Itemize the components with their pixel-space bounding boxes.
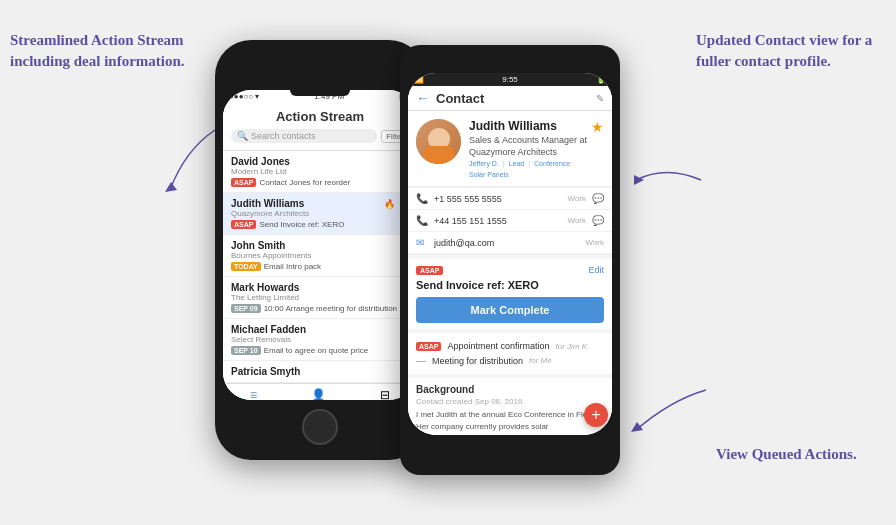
bottom-nav: ≡ STREAM 👤 CONTACTS ⊟ PIPELINE: [223, 383, 417, 400]
contact-company-4: Select Removals: [231, 335, 409, 344]
nav-contacts[interactable]: 👤 CONTACTS: [300, 388, 338, 400]
edit-icon[interactable]: ✎: [596, 93, 604, 104]
star-icon[interactable]: ★: [591, 119, 604, 135]
contact-name-1: Judith Williams: [231, 198, 304, 209]
avatar-body: [424, 146, 454, 164]
queued-actions: ASAP Appointment confirmation for Jim K.…: [408, 333, 612, 374]
contact-methods: 📞 +1 555 555 5555 Work 💬 📞 +44 155 151 1…: [408, 188, 612, 255]
carrier-signal: ●●●○○ ▾: [229, 92, 259, 101]
iphone-screen: ●●●○○ ▾ 1:49 PM ▮▮▮ Action Stream 🔍 Sear…: [223, 90, 417, 400]
annotation-bottom-right: View Queued Actions.: [716, 444, 876, 465]
background-section: Background Contact created Sep 08, 2016 …: [408, 378, 612, 435]
contact-name-0: David Jones: [231, 156, 409, 167]
queued-for-0: for Jim K.: [556, 342, 590, 351]
search-icon: 🔍: [237, 131, 248, 141]
contact-action-0: ASAP Contact Jones for reorder: [231, 178, 409, 187]
action-title: Send Invoice ref: XERO: [416, 279, 604, 291]
action-stream-title: Action Stream: [231, 107, 409, 126]
tag-conference[interactable]: Conference: [534, 160, 570, 167]
phone-number-1: +44 155 151 1555: [434, 216, 561, 226]
svg-marker-0: [165, 182, 177, 192]
avatar-face: [424, 126, 454, 164]
badge-date-4: SEP 10: [231, 346, 261, 355]
background-title: Background: [416, 384, 604, 395]
contact-title-company: Sales & Accounts Manager at Quazymore Ar…: [469, 135, 604, 158]
android-status-bar: 📶 9:55 🔋: [408, 73, 612, 86]
action-stream-header: Action Stream 🔍 Search contacts Filter: [223, 103, 417, 151]
email-address: judith@qa.com: [434, 238, 579, 248]
back-button[interactable]: ←: [416, 90, 430, 106]
queued-item-1[interactable]: — Meeting for distribution for Me: [416, 353, 604, 368]
search-box[interactable]: 🔍 Search contacts: [231, 129, 377, 143]
contact-row-2[interactable]: John Smith Bournes Appointments TODAY Em…: [223, 235, 417, 277]
queued-badge-0: ASAP: [416, 342, 441, 351]
android-screen: 📶 9:55 🔋 ← Contact ✎: [408, 73, 612, 435]
contact-action-2: TODAY Email Intro pack: [231, 262, 409, 271]
nav-stream[interactable]: ≡ STREAM: [239, 388, 268, 400]
contact-name-5: Patricia Smyth: [231, 366, 409, 377]
queued-dash-1: —: [416, 355, 426, 366]
action-text-3: 10:00 Arrange meeting for distribution: [264, 304, 397, 313]
fab-button[interactable]: +: [584, 403, 608, 427]
avatar-image: [416, 119, 461, 164]
stream-icon: ≡: [250, 388, 257, 400]
contact-company-1: Quazymore Architects: [231, 209, 409, 218]
badge-asap-0: ASAP: [231, 178, 256, 187]
badge-asap-1: ASAP: [231, 220, 256, 229]
contact-company-3: The Letting Limited: [231, 293, 409, 302]
contact-detail-title: Contact: [436, 91, 590, 106]
flame-icon: 🔥: [384, 199, 395, 209]
contact-action-4: SEP 10 Email to agree on quote price: [231, 346, 409, 355]
email-icon: ✉: [416, 237, 428, 248]
message-icon-0[interactable]: 💬: [592, 193, 604, 204]
queued-item-0[interactable]: ASAP Appointment confirmation for Jim K.: [416, 339, 604, 353]
avatar: [416, 119, 461, 164]
pipeline-icon: ⊟: [380, 388, 390, 400]
contact-company-2: Bournes Appointments: [231, 251, 409, 260]
phone-method-0[interactable]: 📞 +1 555 555 5555 Work 💬: [408, 188, 612, 210]
associated-person[interactable]: Jeffery D.: [469, 160, 499, 167]
mark-complete-button[interactable]: Mark Complete: [416, 297, 604, 323]
background-text: I met Judith at the annual Eco Conferenc…: [416, 409, 604, 431]
action-text-4: Email to agree on quote price: [264, 346, 369, 355]
contacts-icon: 👤: [311, 388, 326, 400]
contact-detail-screen: ← Contact ✎ Judith Williams: [408, 86, 612, 435]
action-badge: ASAP: [416, 266, 443, 275]
android-time: 9:55: [502, 75, 518, 84]
contact-row-3[interactable]: Mark Howards The Letting Limited SEP 09 …: [223, 277, 417, 319]
badge-today-2: TODAY: [231, 262, 261, 271]
nav-pipeline[interactable]: ⊟ PIPELINE: [370, 388, 402, 400]
contact-tags: Jeffery D. | Lead | Conference Solar Pan…: [469, 160, 604, 178]
message-icon-1[interactable]: 💬: [592, 215, 604, 226]
action-header: ASAP Edit: [416, 265, 604, 275]
phone-method-1[interactable]: 📞 +44 155 151 1555 Work 💬: [408, 210, 612, 232]
svg-marker-1: [634, 175, 644, 185]
contact-action-3: SEP 09 10:00 Arrange meeting for distrib…: [231, 304, 409, 313]
contact-row-4[interactable]: Michael Fadden Select Removals SEP 10 Em…: [223, 319, 417, 361]
action-text-2: Email Intro pack: [264, 262, 321, 271]
phone-icon-1: 📞: [416, 215, 428, 226]
action-stream-screen: Action Stream 🔍 Search contacts Filter D…: [223, 103, 417, 400]
tag-solar[interactable]: Solar Panels: [469, 171, 509, 178]
contact-company-0: Modern Life Ltd: [231, 167, 409, 176]
tag-lead[interactable]: Lead: [509, 160, 525, 167]
contact-row-0[interactable]: David Jones Modern Life Ltd ASAP Contact…: [223, 151, 417, 193]
contact-name-3: Mark Howards: [231, 282, 409, 293]
annotation-right: Updated Contact view for a fuller contac…: [696, 30, 886, 72]
action-edit-link[interactable]: Edit: [588, 265, 604, 275]
contact-row-1[interactable]: Judith Williams 🔥 ⚡ Quazymore Architects…: [223, 193, 417, 235]
email-method[interactable]: ✉ judith@qa.com Work: [408, 232, 612, 254]
contact-info-text: Judith Williams ★ Sales & Accounts Manag…: [469, 119, 604, 178]
contact-row-5[interactable]: Patricia Smyth: [223, 361, 417, 383]
queued-text-0: Appointment confirmation: [447, 341, 549, 351]
background-date: Contact created Sep 08, 2016: [416, 397, 604, 406]
iphone-home-button[interactable]: [302, 409, 338, 445]
contact-detail-header: ← Contact ✎: [408, 86, 612, 111]
svg-marker-2: [631, 422, 643, 432]
iphone-notch: [290, 90, 350, 96]
contact-name-2: John Smith: [231, 240, 409, 251]
phone-number-0: +1 555 555 5555: [434, 194, 561, 204]
phone-type-1: Work: [567, 216, 586, 225]
contact-full-name: Judith Williams: [469, 119, 557, 133]
android-battery: 🔋: [596, 75, 606, 84]
